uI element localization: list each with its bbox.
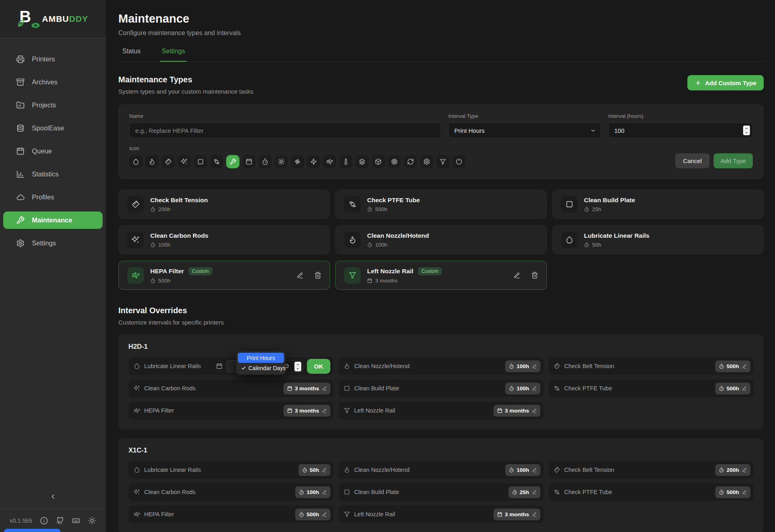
square-icon bbox=[344, 489, 350, 495]
sidebar-item-label: Projects bbox=[32, 101, 56, 109]
sidebar-item-projects[interactable]: Projects bbox=[3, 96, 103, 114]
type-card-title-row: Clean Build Plate bbox=[584, 197, 635, 204]
sidebar-item-statistics[interactable]: Statistics bbox=[3, 165, 103, 183]
interval-value: 500h bbox=[375, 206, 387, 212]
sun-button[interactable] bbox=[88, 517, 96, 525]
override-row: Left Nozzle Rail3 months bbox=[338, 505, 544, 523]
name-label: Name bbox=[129, 113, 441, 119]
timer-icon bbox=[512, 490, 517, 495]
icon-option-box[interactable] bbox=[372, 155, 385, 168]
droplet-icon bbox=[561, 232, 578, 248]
calendar-icon bbox=[287, 408, 292, 413]
sidebar-item-spoolease[interactable]: SpoolEase bbox=[3, 119, 103, 137]
type-card: Clean Carbon Rods100h bbox=[118, 225, 330, 254]
sidebar-item-profiles[interactable]: Profiles bbox=[3, 189, 103, 206]
override-task-label: Clean Carbon Rods bbox=[144, 489, 195, 495]
cancel-button[interactable]: Cancel bbox=[675, 153, 710, 168]
sidebar-item-label: Statistics bbox=[32, 170, 59, 178]
override-value-pill[interactable]: 50h bbox=[298, 464, 330, 476]
icon-option-calendar[interactable] bbox=[242, 155, 256, 168]
interval-type-select[interactable]: Print Hours bbox=[448, 123, 601, 138]
dropdown-option[interactable]: Calendar Days bbox=[238, 363, 284, 373]
override-task-label: HEPA Filter bbox=[144, 407, 174, 414]
override-value-pill[interactable]: 500h bbox=[715, 486, 750, 498]
delete-button[interactable] bbox=[531, 272, 538, 279]
number-stepper[interactable] bbox=[294, 362, 301, 371]
timer-icon bbox=[299, 512, 304, 517]
override-value-pill[interactable]: 100h bbox=[505, 383, 540, 394]
override-value: 200h bbox=[727, 467, 739, 473]
sidebar-item-archives[interactable]: Archives bbox=[3, 73, 103, 91]
icon-option-sparkles[interactable] bbox=[178, 155, 191, 168]
icon-option-droplet[interactable] bbox=[129, 155, 143, 168]
edit-button[interactable] bbox=[296, 272, 303, 279]
override-value-pill[interactable]: 500h bbox=[715, 383, 750, 394]
override-value-pill[interactable]: 100h bbox=[505, 360, 540, 372]
override-value-pill[interactable]: 100h bbox=[295, 486, 330, 498]
sidebar-item-queue[interactable]: Queue bbox=[3, 142, 103, 160]
icon-option-settings[interactable] bbox=[420, 155, 433, 168]
ok-button[interactable]: OK bbox=[307, 359, 331, 374]
override-value-pill[interactable]: 200h bbox=[715, 464, 750, 476]
icon-option-flame[interactable] bbox=[145, 155, 159, 168]
icon-option-ruler[interactable] bbox=[162, 155, 175, 168]
add-type-button[interactable]: Add Type bbox=[714, 153, 753, 168]
dropdown-option[interactable]: Print Hours bbox=[238, 353, 284, 363]
delete-button[interactable] bbox=[314, 272, 321, 279]
wrench-icon bbox=[16, 216, 25, 224]
page-title: Maintenance bbox=[118, 12, 764, 25]
add-custom-type-button[interactable]: Add Custom Type bbox=[687, 75, 764, 90]
override-value-pill[interactable]: 3 months bbox=[284, 383, 330, 394]
number-stepper[interactable] bbox=[743, 126, 750, 135]
wind-icon bbox=[127, 267, 144, 284]
override-value-pill[interactable]: 100h bbox=[505, 464, 540, 476]
type-card-interval: 100h bbox=[150, 242, 208, 248]
info-button[interactable] bbox=[40, 517, 48, 525]
override-row: Check PTFE Tube500h bbox=[548, 379, 754, 397]
override-value-pill[interactable]: 3 months bbox=[494, 509, 540, 520]
override-value-pill[interactable]: 3 months bbox=[284, 405, 330, 417]
app-version: v0.1.5b5 bbox=[10, 517, 32, 524]
sidebar-item-settings[interactable]: Settings bbox=[3, 235, 103, 252]
timer-icon bbox=[509, 364, 514, 369]
name-field-group: Name bbox=[129, 113, 441, 138]
type-card-body: Clean Build Plate25h bbox=[584, 197, 635, 212]
icon-option-funnel[interactable] bbox=[436, 155, 449, 168]
sidebar-item-maintenance[interactable]: Maintenance bbox=[3, 212, 103, 229]
sidebar-item-printers[interactable]: Printers bbox=[3, 50, 103, 68]
override-value: 100h bbox=[517, 363, 529, 369]
flame-icon bbox=[344, 232, 361, 248]
tab-status[interactable]: Status bbox=[121, 48, 142, 62]
keyboard-button[interactable] bbox=[72, 517, 80, 525]
edit-button[interactable] bbox=[513, 272, 520, 279]
github-button[interactable] bbox=[56, 517, 64, 525]
override-value-pill[interactable]: 500h bbox=[715, 360, 750, 372]
override-value-pill[interactable]: 500h bbox=[295, 509, 330, 520]
icon-option-layers[interactable] bbox=[355, 155, 369, 168]
tab-settings[interactable]: Settings bbox=[160, 48, 187, 62]
icon-option-gauge[interactable] bbox=[452, 155, 466, 168]
icon-option-cog[interactable] bbox=[275, 155, 288, 168]
interval-hours-input[interactable] bbox=[608, 123, 753, 138]
override-value-pill[interactable]: 25h bbox=[508, 486, 540, 498]
icon-option-timer[interactable] bbox=[258, 155, 272, 168]
icon-option-disc[interactable] bbox=[388, 155, 401, 168]
icon-option-zap[interactable] bbox=[307, 155, 320, 168]
override-value-pill[interactable]: 3 months bbox=[494, 405, 540, 417]
icon-option-wind[interactable] bbox=[323, 155, 336, 168]
sidebar-collapse-button[interactable] bbox=[45, 490, 61, 503]
interval-value: 3 months bbox=[375, 278, 398, 284]
override-row: Check PTFE Tube500h bbox=[548, 483, 754, 501]
icon-option-cable[interactable] bbox=[210, 155, 223, 168]
icon-option-refresh[interactable] bbox=[404, 155, 417, 168]
timer-icon bbox=[367, 207, 372, 212]
name-input[interactable] bbox=[129, 123, 441, 138]
override-row: Left Nozzle Rail3 months bbox=[338, 402, 544, 419]
override-task-label: Clean Nozzle/Hotend bbox=[354, 363, 410, 369]
icon-option-fan[interactable] bbox=[291, 155, 304, 168]
interval-hours-field-group: Interval (hours) bbox=[608, 113, 753, 138]
override-task-label: Lubricate Linear Rails bbox=[144, 467, 201, 473]
icon-option-thermometer[interactable] bbox=[339, 155, 353, 168]
icon-option-wrench[interactable] bbox=[226, 155, 239, 168]
icon-option-square[interactable] bbox=[194, 155, 207, 168]
